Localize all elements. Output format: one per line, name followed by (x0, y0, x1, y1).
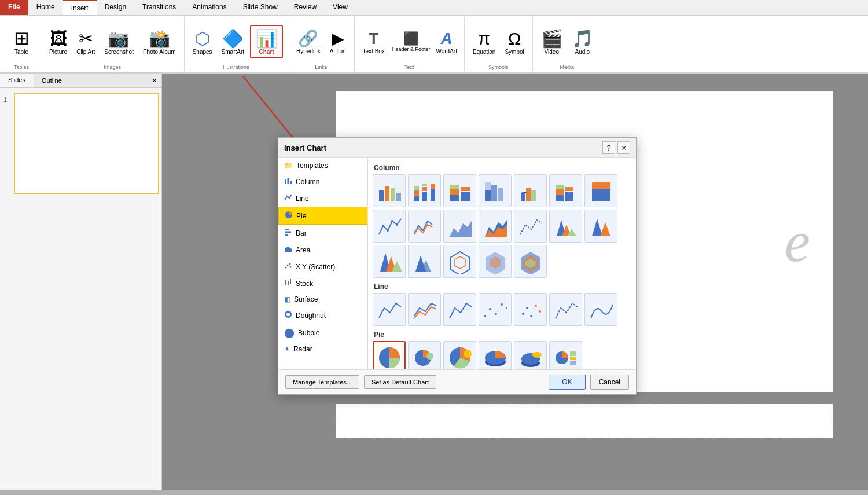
picture-button[interactable]: 🖼 Picture (46, 27, 71, 57)
chart-cell-col-10[interactable] (443, 210, 476, 243)
chart-cell-col-1[interactable] (373, 174, 406, 207)
tab-insert[interactable]: Insert (63, 0, 97, 15)
chart-cell-col-11[interactable] (479, 210, 512, 243)
chart-cell-col-12[interactable] (514, 210, 547, 243)
slide-text-placeholder[interactable] (336, 404, 833, 438)
chart-type-area[interactable]: Area (278, 241, 367, 258)
chart-type-bar[interactable]: Bar (278, 225, 367, 241)
pie-charts-row: Pie (373, 341, 631, 369)
ribbon-tabs-bar: File Home Insert Design Transitions Anim… (0, 0, 868, 16)
tab-file[interactable]: File (0, 0, 28, 15)
tab-slides[interactable]: Slides (0, 74, 34, 87)
chart-cell-col-3[interactable] (443, 174, 476, 207)
chart-cell-col-13[interactable] (549, 210, 582, 243)
set-default-btn[interactable]: Set as Default Chart (364, 375, 436, 389)
column-charts-row3 (373, 245, 631, 278)
chart-type-stock[interactable]: Stock (278, 275, 367, 292)
screenshot-button[interactable]: 📷 Screenshot (101, 26, 137, 57)
tab-slideshow[interactable]: Slide Show (235, 0, 286, 15)
chart-cell-col-14[interactable] (584, 210, 617, 243)
chart-cell-col-18[interactable] (479, 245, 512, 278)
dialog-body: 📁 Templates Column (278, 158, 636, 369)
chart-cell-col-19[interactable] (514, 245, 547, 278)
chart-type-templates[interactable]: 📁 Templates (278, 158, 367, 173)
cancel-btn[interactable]: Cancel (590, 375, 629, 390)
tab-review[interactable]: Review (286, 0, 325, 15)
tab-animations[interactable]: Animations (184, 0, 234, 15)
chart-cell-line-7[interactable] (584, 293, 617, 326)
chart-cell-line-2[interactable] (408, 293, 441, 326)
chart-cell-pie-2[interactable] (408, 341, 441, 369)
chart-cell-pie-4[interactable] (479, 341, 512, 369)
symbol-button[interactable]: Ω Symbol (501, 27, 527, 57)
chart-cell-pie-1[interactable]: Pie (373, 341, 406, 369)
svg-rect-30 (431, 184, 435, 189)
svg-rect-37 (491, 185, 497, 201)
textbox-button[interactable]: T Text Box (359, 27, 388, 57)
chart-cell-line-1[interactable] (373, 293, 406, 326)
chart-cell-pie-3[interactable] (443, 341, 476, 369)
dialog-close-btn[interactable]: × (617, 141, 630, 154)
chart-cell-line-4[interactable] (479, 293, 512, 326)
chart-cell-col-15[interactable] (373, 245, 406, 278)
tab-transitions[interactable]: Transitions (134, 0, 184, 15)
equation-button[interactable]: π Equation (469, 27, 499, 57)
slide-content-letter: e (785, 208, 810, 275)
svg-point-12 (289, 263, 291, 265)
tab-design[interactable]: Design (97, 0, 134, 15)
doughnut-label: Doughnut (296, 311, 326, 320)
svg-marker-62 (600, 222, 610, 236)
chart-cell-col-17[interactable] (443, 245, 476, 278)
chart-cell-col-16[interactable] (408, 245, 441, 278)
tab-outline[interactable]: Outline (34, 74, 70, 87)
chart-cell-col-9[interactable] (408, 210, 441, 243)
chart-cell-col-4[interactable] (479, 174, 512, 207)
clipart-icon: ✂ (79, 28, 93, 49)
shapes-button[interactable]: ⬡ Shapes (189, 26, 216, 57)
dialog-help-btn[interactable]: ? (602, 141, 615, 154)
slide-thumbnail[interactable] (14, 93, 159, 194)
area-label: Area (296, 246, 310, 254)
svg-marker-55 (450, 221, 472, 237)
chart-button[interactable]: 📊 Chart (250, 25, 283, 58)
chart-type-pie[interactable]: Pie (278, 207, 367, 225)
tab-view[interactable]: View (325, 0, 356, 15)
tab-home[interactable]: Home (28, 0, 63, 15)
chart-cell-col-6[interactable] (549, 174, 582, 207)
chart-type-bubble[interactable]: ⬤ Bubble (278, 324, 367, 342)
chart-type-surface[interactable]: ◧ Surface (278, 292, 367, 307)
bar-chart-icon (284, 228, 292, 238)
chart-type-scatter[interactable]: X Y (Scatter) (278, 258, 367, 275)
chart-cell-col-5[interactable] (514, 174, 547, 207)
chart-cell-pie-6[interactable] (549, 341, 582, 369)
photoalbum-button[interactable]: 📸 Photo Album (139, 26, 179, 57)
headerfooter-button[interactable]: ⬛ Header & Footer (389, 29, 433, 54)
picture-label: Picture (49, 49, 67, 55)
svg-rect-31 (450, 195, 459, 201)
chart-type-column[interactable]: Column (278, 173, 367, 190)
wordart-button[interactable]: A WordArt (433, 27, 459, 57)
video-button[interactable]: 🎬 Video (538, 26, 566, 57)
hyperlink-button[interactable]: 🔗 Hyperlink (293, 27, 324, 57)
manage-templates-btn[interactable]: Manage Templates... (285, 375, 359, 389)
chart-type-radar[interactable]: ✦ Radar (278, 342, 367, 357)
wordart-label: WordArt (436, 48, 457, 54)
smartart-button[interactable]: 🔷 SmartArt (218, 26, 248, 57)
clipart-button[interactable]: ✂ Clip Art (73, 26, 98, 57)
action-button[interactable]: ▶ Action (326, 27, 350, 57)
slide-number: 1 (3, 96, 7, 103)
chart-type-line[interactable]: Line (278, 190, 367, 207)
chart-cell-line-6[interactable] (549, 293, 582, 326)
ok-btn[interactable]: OK (549, 375, 585, 390)
panel-close-btn[interactable]: × (148, 74, 161, 87)
chart-cell-col-2[interactable] (408, 174, 441, 207)
table-button[interactable]: ⊞ Table (7, 27, 36, 57)
chart-cell-col-7[interactable] (584, 174, 617, 207)
equation-label: Equation (473, 49, 495, 55)
chart-type-doughnut[interactable]: Doughnut (278, 307, 367, 324)
chart-cell-line-5[interactable] (514, 293, 547, 326)
chart-cell-line-3[interactable] (443, 293, 476, 326)
audio-button[interactable]: 🎵 Audio (568, 26, 597, 57)
chart-cell-col-8[interactable] (373, 210, 406, 243)
chart-cell-pie-5[interactable] (514, 341, 547, 369)
